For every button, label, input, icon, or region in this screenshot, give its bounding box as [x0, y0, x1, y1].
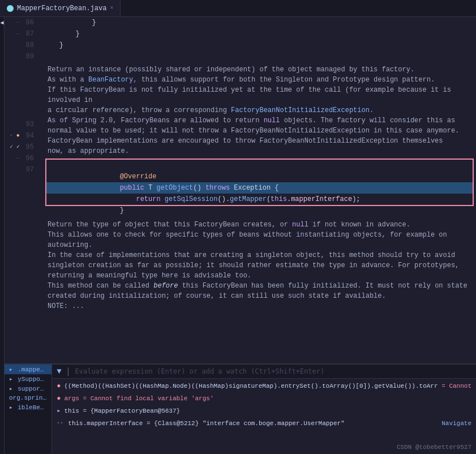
jd2-line4: In the case of implementations that are … — [48, 250, 476, 260]
jd1-line6: FactoryBean implementations are encourag… — [48, 136, 476, 146]
jd1-line7: now, as appropriate. — [48, 146, 476, 156]
javadoc1-block: Return an instance (possibly shared or i… — [43, 62, 476, 159]
jd1-line3b: a circular reference), throw a correspon… — [48, 105, 476, 115]
line-gutter: ─ 86 ─ 87 88 89 — [5, 17, 38, 363]
left-strip: ◀ — [0, 17, 5, 454]
left-arrow-icon: ◀ — [0, 19, 3, 26]
gutter-line-89: 89 — [9, 51, 34, 62]
code-line-93: @Override — [46, 160, 473, 171]
code-region[interactable]: ─ 86 ─ 87 88 89 — [5, 17, 476, 363]
gutter-line-95: ✓ ✓ 95 — [9, 142, 34, 153]
navigate-button-3[interactable]: Navigate — [441, 418, 471, 429]
jd2-line5: singleton creation as far as possible; i… — [48, 260, 476, 271]
vars-item-3[interactable]: org.springframework. — [5, 393, 52, 402]
error-icon-1: ● — [57, 393, 61, 404]
debug-entries: ● ((Method)((HashSet)((HashMap.Node)((Ha… — [52, 379, 476, 454]
tab-close-button[interactable]: × — [110, 5, 113, 11]
gutter-line-96: ─ 96 — [9, 153, 34, 164]
jd2-line3: autowiring. — [48, 240, 476, 250]
bottom-layout: ▸ .mapper) ▸ ySupport {org.spring ▸ supp… — [5, 363, 476, 454]
jd2-line7: This method can be called before this Fa… — [48, 281, 476, 291]
debug-entry-2[interactable]: ▸ this = {MapperFactoryBean@5637} — [52, 405, 476, 417]
fold-97 — [15, 167, 20, 173]
javadoc2-block: Return the type of object that this Fact… — [43, 217, 476, 314]
fold-89 — [15, 54, 20, 59]
vars-label-3: org.springframework. — [9, 395, 52, 401]
gutter-line-97: 97 — [9, 164, 34, 175]
debug-text-3: this.mapperInterface = {Class@5212} "int… — [68, 418, 438, 429]
main-content: ─ 86 ─ 87 88 89 — [5, 17, 476, 454]
expand-icon-2[interactable]: ▸ — [57, 406, 61, 416]
method-block-box: @Override public T getObject() throws Ex… — [45, 159, 474, 206]
debug-entry-0[interactable]: ● ((Method)((HashSet)((HashMap.Node)((Ha… — [52, 380, 476, 392]
jd1-line3: If this FactoryBean is not fully initial… — [48, 85, 476, 105]
jd2-line1: Return the type of object that this Fact… — [48, 220, 476, 230]
gutter-line-86: ─ 86 — [9, 17, 34, 28]
expand-icon-3[interactable]: ◦◦ — [57, 418, 63, 429]
jd1-line5: normal value to be used; it will not thr… — [48, 126, 476, 136]
jd1-line4: As of Spring 2.0, FactoryBeans are allow… — [48, 115, 476, 126]
watermark: CSDN @tobebetter9527 — [397, 444, 471, 451]
jd1-line2: As with a BeanFactory, this allows suppo… — [48, 75, 476, 85]
main-layout: ◀ ─ 86 ─ 87 88 — [0, 17, 476, 454]
watch-panel: ▼ │ ● ((Method)((HashSet)((HashMap.Node)… — [52, 365, 476, 454]
badge-95-green: ✓ — [16, 144, 20, 151]
tab-label: MapperFactoryBean.java — [17, 5, 106, 12]
separator-line: │ — [66, 367, 71, 376]
jd1-line1: Return an instance (possibly shared or i… — [48, 65, 476, 75]
fold-87[interactable]: ─ — [15, 31, 20, 37]
vars-label-2: support {org.springfra — [18, 386, 52, 392]
vars-item-2[interactable]: ▸ support {org.springfra — [5, 384, 52, 393]
fold-86[interactable]: ─ — [15, 20, 20, 25]
fold-96[interactable]: ─ — [15, 156, 20, 161]
vars-item-0[interactable]: ▸ .mapper) — [5, 365, 52, 374]
vars-arrow-1: ▸ — [9, 376, 13, 383]
filter-icon[interactable]: ▼ — [57, 367, 61, 376]
vars-arrow-2: ▸ — [9, 386, 13, 392]
javadoc1-gutter-space — [9, 62, 34, 119]
fold-93 — [15, 122, 20, 127]
active-tab[interactable]: MapperFactoryBean.java × — [0, 0, 121, 16]
jd2-line2: This allows one to check for specific ty… — [48, 230, 476, 240]
code-line-86: } — [43, 17, 476, 28]
error-icon-0: ● — [57, 381, 61, 391]
jd2-line6: returning a meaningful type here is advi… — [48, 271, 476, 281]
vars-sidebar[interactable]: ▸ .mapper) ▸ ySupport {org.spring ▸ supp… — [5, 365, 52, 454]
badge-95-red: ✓ — [9, 144, 14, 151]
javadoc2-gutter-space — [9, 175, 34, 249]
debug-text-0: ((Method)((HashSet)((HashMap.Node)((Hash… — [64, 381, 471, 391]
vars-item-1[interactable]: ▸ ySupport {org.spring — [5, 374, 52, 384]
debug-text-2: this = {MapperFactoryBean@5637} — [65, 406, 472, 416]
gutter-line-93: 93 — [9, 119, 34, 130]
vars-item-4[interactable]: ▸ ibleBeanFactory {org.a — [5, 402, 52, 412]
code-line-89 — [43, 51, 476, 62]
jd2-line9: NOTE: ... — [48, 301, 476, 311]
debug-text-1: args = Cannot find local variable 'args' — [64, 393, 471, 404]
code-scroll: ─ 86 ─ 87 88 89 — [5, 17, 476, 363]
code-line-88: } — [43, 40, 476, 51]
gutter-line-94: ▾ ● 94 — [9, 130, 34, 142]
code-line-87: } — [43, 28, 476, 40]
vars-arrow-0: ▸ — [9, 366, 13, 373]
fold-94[interactable]: ▾ — [9, 133, 13, 139]
vars-label-1: ySupport {org.spring — [18, 376, 52, 383]
vars-arrow-4: ▸ — [9, 404, 13, 411]
bottom-toolbar: ▼ │ — [52, 365, 476, 379]
badge-94: ● — [15, 132, 20, 139]
debug-entry-3[interactable]: ◦◦ this.mapperInterface = {Class@5212} "… — [52, 417, 476, 430]
vars-label-4: ibleBeanFactory {org.a — [18, 404, 52, 411]
eval-input[interactable] — [75, 367, 471, 375]
tab-file-icon — [7, 5, 14, 12]
fold-88 — [15, 42, 20, 48]
code-lines[interactable]: } } } Return an instance (possibly share… — [38, 17, 476, 363]
jd2-line8: created during initialization; of course… — [48, 291, 476, 301]
tab-bar: MapperFactoryBean.java × — [0, 0, 476, 17]
debug-entry-1[interactable]: ● args = Cannot find local variable 'arg… — [52, 392, 476, 405]
vars-label-0: .mapper) — [18, 366, 48, 373]
gutter-line-88: 88 — [9, 40, 34, 51]
gutter-line-87: ─ 87 — [9, 28, 34, 40]
